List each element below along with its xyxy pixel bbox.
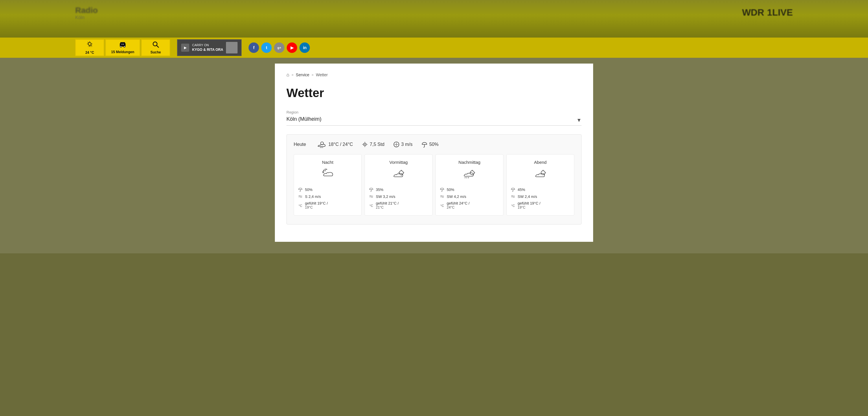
umbrella-icon-nacht — [298, 187, 303, 192]
svg-line-41 — [465, 177, 465, 178]
traffic-label: 15 Meldungen — [111, 50, 134, 54]
today-summary: Heute 18°C / 24°C — [294, 140, 574, 148]
feels-like-abend: gefühlt 19°C / — [518, 201, 540, 205]
svg-point-9 — [120, 46, 122, 47]
twitter-button[interactable]: t — [261, 42, 272, 53]
day-stats-nacht: 50% S 2,4 m/s °C — [298, 187, 357, 209]
day-name-nacht: Nacht — [322, 160, 333, 165]
music-info: CARRY ON KYGO & RITA ORA — [192, 43, 223, 52]
rain-row-abend: 45% — [511, 187, 570, 192]
wind-icon-nacht — [298, 194, 303, 199]
feels-like2-nacht: 19°C — [305, 205, 328, 209]
youtube-button[interactable]: ▶ — [287, 42, 297, 53]
day-name-vormittag: Vormittag — [390, 160, 408, 165]
main-wrapper: ⌂ » Service » Wetter Wetter Region Köln … — [0, 58, 868, 253]
day-stats-abend: 45% SW 2,4 m/s °C — [511, 187, 570, 209]
feels-row-nacht: °C gefühlt 19°C / 19°C — [298, 201, 357, 209]
main-content: ⌂ » Service » Wetter Wetter Region Köln … — [275, 64, 593, 242]
header-logo: Radio Köln — [75, 6, 98, 20]
feels-row-nachmittag: °C gefühlt 24°C / 24°C — [440, 201, 499, 209]
day-panel-abend: Abend — [506, 154, 574, 215]
header: Radio Köln WDR 1LIVE — [0, 0, 868, 38]
svg-text:°C: °C — [299, 204, 302, 207]
googleplus-button[interactable]: g+ — [274, 42, 284, 53]
svg-point-20 — [364, 144, 365, 145]
wind-icon-vormittag — [369, 194, 374, 199]
feels-like2-abend: 19°C — [518, 205, 540, 209]
feels-icon-abend: °C — [511, 203, 515, 208]
search-button[interactable]: Suche — [141, 39, 170, 56]
logo-text: Radio — [75, 6, 98, 15]
umbrella-icon-vormittag — [369, 187, 374, 192]
day-icon-vormittag — [392, 169, 406, 183]
search-label: Suche — [151, 50, 161, 54]
weather-button[interactable]: 24 °C — [75, 39, 104, 56]
logo-sub: Köln — [75, 15, 98, 20]
umbrella-icon-abend — [511, 187, 515, 192]
rain-chance-nachmittag: 50% — [447, 187, 454, 192]
feels-like2-nachmittag: 24°C — [447, 205, 470, 209]
wind-speed: 3 m/s — [401, 142, 412, 147]
svg-point-31 — [399, 171, 403, 175]
music-thumbnail — [226, 42, 238, 54]
feels-like-vormittag: gefühlt 21°C / — [376, 201, 399, 205]
wind-abend: SW 2,4 m/s — [518, 195, 537, 199]
svg-point-10 — [124, 46, 125, 47]
wind-compass-icon — [393, 141, 400, 148]
today-sunshine: 7,5 Std — [362, 141, 384, 148]
feels-icon-vormittag: °C — [369, 203, 374, 208]
svg-text:°C: °C — [440, 204, 444, 207]
feels-row-vormittag: °C gefühlt 21°C / 21°C — [369, 201, 428, 209]
wind-row-abend: SW 2,4 m/s — [511, 194, 570, 199]
breadcrumb-home-icon[interactable]: ⌂ — [286, 72, 289, 77]
wind-icon-abend — [511, 194, 515, 199]
svg-rect-8 — [120, 42, 125, 43]
day-stats-nachmittag: 50% SW 4,2 m/s °C — [440, 187, 499, 209]
day-panel-nachmittag: Nachmittag — [435, 154, 503, 215]
social-buttons: f t g+ ▶ in — [249, 42, 310, 53]
today-wind: 3 m/s — [393, 141, 412, 148]
weather-label: 24 °C — [85, 50, 94, 55]
region-select[interactable]: Köln (Mülheim) — [286, 116, 582, 122]
brand-left: WDR — [742, 7, 764, 18]
region-selector-wrapper: Köln (Mülheim) ▼ — [286, 116, 582, 126]
wind-row-nacht: S 2,4 m/s — [298, 194, 357, 199]
svg-text:°C: °C — [370, 204, 373, 207]
play-button[interactable] — [181, 44, 189, 52]
breadcrumb: ⌂ » Service » Wetter — [286, 72, 582, 77]
svg-rect-12 — [123, 44, 124, 44]
wind-nachmittag: SW 4,2 m/s — [447, 195, 466, 199]
traffic-button[interactable]: 15 Meldungen — [105, 39, 140, 56]
rain-row-vormittag: 35% — [369, 187, 428, 192]
breadcrumb-current: Wetter — [316, 72, 328, 77]
music-line2: KYGO & RITA ORA — [192, 48, 223, 52]
svg-line-42 — [467, 177, 467, 178]
rain-umbrella-icon — [421, 141, 428, 148]
wind-icon-nachmittag — [440, 194, 444, 199]
today-weather-svg — [317, 140, 326, 148]
page-title: Wetter — [286, 86, 582, 100]
breadcrumb-service[interactable]: Service — [296, 72, 309, 77]
svg-line-17 — [321, 147, 322, 148]
day-stats-vormittag: 35% SW 3,2 m/s °C — [369, 187, 428, 209]
day-name-nachmittag: Nachmittag — [459, 160, 480, 165]
music-player[interactable]: CARRY ON KYGO & RITA ORA — [177, 39, 242, 56]
rain-chance-nacht: 50% — [305, 187, 312, 192]
rain-row-nacht: 50% — [298, 187, 357, 192]
day-icon-nachmittag — [462, 169, 477, 183]
svg-text:°C: °C — [511, 204, 515, 207]
svg-line-43 — [468, 177, 469, 178]
facebook-button[interactable]: f — [249, 42, 259, 53]
search-icon — [152, 41, 159, 50]
navbar: 24 °C 15 Meldungen Suche C — [0, 38, 868, 58]
linkedin-button[interactable]: in — [300, 42, 310, 53]
today-label: Heute — [294, 142, 308, 147]
wind-vormittag: SW 3,2 m/s — [376, 195, 395, 199]
svg-rect-11 — [122, 44, 122, 44]
svg-line-5 — [88, 42, 89, 43]
wind-row-nachmittag: SW 4,2 m/s — [440, 194, 499, 199]
day-panels: Nacht — [294, 154, 574, 215]
feels-like-nachmittag: gefühlt 24°C / — [447, 201, 470, 205]
wind-row-vormittag: SW 3,2 m/s — [369, 194, 428, 199]
svg-line-18 — [322, 147, 323, 148]
